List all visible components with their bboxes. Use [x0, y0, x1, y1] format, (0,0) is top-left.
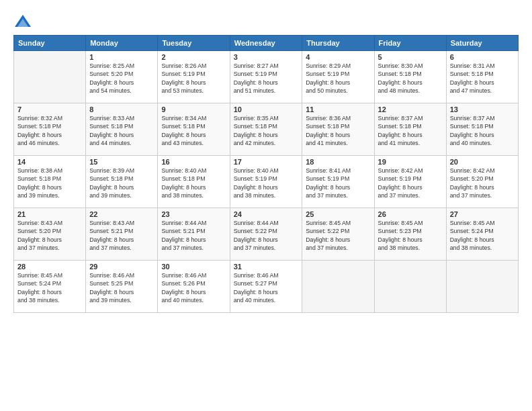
day-number: 30	[161, 263, 226, 271]
day-number: 21	[17, 210, 82, 218]
day-number: 5	[378, 53, 443, 61]
day-info: Sunrise: 8:31 AM Sunset: 5:18 PM Dayligh…	[450, 62, 515, 95]
day-info: Sunrise: 8:37 AM Sunset: 5:18 PM Dayligh…	[450, 114, 515, 147]
week-row-5: 28Sunrise: 8:45 AM Sunset: 5:24 PM Dayli…	[14, 261, 519, 313]
day-cell: 3Sunrise: 8:27 AM Sunset: 5:19 PM Daylig…	[230, 51, 302, 103]
day-info: Sunrise: 8:37 AM Sunset: 5:18 PM Dayligh…	[378, 114, 443, 147]
week-row-1: 1Sunrise: 8:25 AM Sunset: 5:20 PM Daylig…	[14, 51, 519, 103]
col-friday: Friday	[374, 36, 446, 51]
day-cell: 8Sunrise: 8:33 AM Sunset: 5:18 PM Daylig…	[86, 103, 158, 156]
day-info: Sunrise: 8:46 AM Sunset: 5:27 PM Dayligh…	[234, 271, 299, 304]
day-number: 12	[378, 105, 443, 113]
week-row-2: 7Sunrise: 8:32 AM Sunset: 5:18 PM Daylig…	[14, 103, 519, 156]
day-info: Sunrise: 8:45 AM Sunset: 5:24 PM Dayligh…	[450, 219, 515, 252]
day-cell: 13Sunrise: 8:37 AM Sunset: 5:18 PM Dayli…	[446, 103, 518, 156]
day-cell: 31Sunrise: 8:46 AM Sunset: 5:27 PM Dayli…	[230, 261, 302, 313]
day-cell	[302, 261, 374, 313]
day-number: 24	[234, 210, 299, 218]
day-info: Sunrise: 8:40 AM Sunset: 5:18 PM Dayligh…	[161, 167, 226, 199]
day-cell: 24Sunrise: 8:44 AM Sunset: 5:22 PM Dayli…	[230, 208, 302, 261]
day-info: Sunrise: 8:45 AM Sunset: 5:24 PM Dayligh…	[17, 271, 82, 304]
col-sunday: Sunday	[14, 36, 86, 51]
day-info: Sunrise: 8:40 AM Sunset: 5:19 PM Dayligh…	[234, 167, 299, 199]
day-number: 22	[89, 210, 154, 218]
day-number: 31	[234, 263, 299, 271]
day-cell: 12Sunrise: 8:37 AM Sunset: 5:18 PM Dayli…	[374, 103, 446, 156]
day-cell: 7Sunrise: 8:32 AM Sunset: 5:18 PM Daylig…	[14, 103, 86, 156]
col-thursday: Thursday	[302, 36, 374, 51]
day-info: Sunrise: 8:33 AM Sunset: 5:18 PM Dayligh…	[89, 114, 154, 147]
col-saturday: Saturday	[446, 36, 518, 51]
day-cell: 30Sunrise: 8:46 AM Sunset: 5:26 PM Dayli…	[158, 261, 230, 313]
day-cell: 1Sunrise: 8:25 AM Sunset: 5:20 PM Daylig…	[86, 51, 158, 103]
day-number: 19	[378, 158, 443, 166]
col-monday: Monday	[86, 36, 158, 51]
week-row-4: 21Sunrise: 8:43 AM Sunset: 5:20 PM Dayli…	[14, 208, 519, 261]
day-info: Sunrise: 8:34 AM Sunset: 5:18 PM Dayligh…	[161, 114, 226, 147]
day-number: 6	[450, 53, 515, 61]
day-number: 10	[234, 105, 299, 113]
day-number: 15	[89, 158, 154, 166]
day-info: Sunrise: 8:44 AM Sunset: 5:21 PM Dayligh…	[161, 219, 226, 252]
day-number: 28	[17, 263, 82, 271]
day-info: Sunrise: 8:41 AM Sunset: 5:19 PM Dayligh…	[306, 167, 370, 199]
day-cell: 18Sunrise: 8:41 AM Sunset: 5:19 PM Dayli…	[302, 156, 374, 208]
day-info: Sunrise: 8:27 AM Sunset: 5:19 PM Dayligh…	[234, 62, 299, 95]
day-number: 11	[306, 105, 370, 113]
logo-icon	[13, 12, 32, 31]
day-cell: 4Sunrise: 8:29 AM Sunset: 5:19 PM Daylig…	[302, 51, 374, 103]
day-info: Sunrise: 8:43 AM Sunset: 5:21 PM Dayligh…	[89, 219, 154, 252]
day-info: Sunrise: 8:26 AM Sunset: 5:19 PM Dayligh…	[161, 62, 226, 95]
day-info: Sunrise: 8:29 AM Sunset: 5:19 PM Dayligh…	[306, 62, 370, 95]
day-cell: 6Sunrise: 8:31 AM Sunset: 5:18 PM Daylig…	[446, 51, 518, 103]
day-info: Sunrise: 8:44 AM Sunset: 5:22 PM Dayligh…	[234, 219, 299, 252]
day-info: Sunrise: 8:30 AM Sunset: 5:18 PM Dayligh…	[378, 62, 443, 95]
col-tuesday: Tuesday	[158, 36, 230, 51]
day-cell: 17Sunrise: 8:40 AM Sunset: 5:19 PM Dayli…	[230, 156, 302, 208]
day-info: Sunrise: 8:25 AM Sunset: 5:20 PM Dayligh…	[89, 62, 154, 95]
day-cell: 25Sunrise: 8:45 AM Sunset: 5:22 PM Dayli…	[302, 208, 374, 261]
day-number: 20	[450, 158, 515, 166]
day-number: 9	[161, 105, 226, 113]
page-header	[13, 12, 519, 31]
day-info: Sunrise: 8:36 AM Sunset: 5:18 PM Dayligh…	[306, 114, 370, 147]
day-number: 7	[17, 105, 82, 113]
calendar-page: Sunday Monday Tuesday Wednesday Thursday…	[0, 0, 532, 411]
day-info: Sunrise: 8:42 AM Sunset: 5:20 PM Dayligh…	[450, 167, 515, 199]
day-info: Sunrise: 8:45 AM Sunset: 5:22 PM Dayligh…	[306, 219, 370, 252]
day-cell: 26Sunrise: 8:45 AM Sunset: 5:23 PM Dayli…	[374, 208, 446, 261]
day-number: 3	[234, 53, 299, 61]
day-cell: 5Sunrise: 8:30 AM Sunset: 5:18 PM Daylig…	[374, 51, 446, 103]
day-cell	[14, 51, 86, 103]
day-cell: 28Sunrise: 8:45 AM Sunset: 5:24 PM Dayli…	[14, 261, 86, 313]
day-number: 18	[306, 158, 370, 166]
calendar-body: 1Sunrise: 8:25 AM Sunset: 5:20 PM Daylig…	[14, 51, 519, 313]
day-number: 8	[89, 105, 154, 113]
day-cell: 22Sunrise: 8:43 AM Sunset: 5:21 PM Dayli…	[86, 208, 158, 261]
day-cell: 9Sunrise: 8:34 AM Sunset: 5:18 PM Daylig…	[158, 103, 230, 156]
day-cell: 2Sunrise: 8:26 AM Sunset: 5:19 PM Daylig…	[158, 51, 230, 103]
day-number: 29	[89, 263, 154, 271]
day-cell: 21Sunrise: 8:43 AM Sunset: 5:20 PM Dayli…	[14, 208, 86, 261]
day-number: 25	[306, 210, 370, 218]
day-cell: 14Sunrise: 8:38 AM Sunset: 5:18 PM Dayli…	[14, 156, 86, 208]
day-number: 23	[161, 210, 226, 218]
day-cell: 29Sunrise: 8:46 AM Sunset: 5:25 PM Dayli…	[86, 261, 158, 313]
day-number: 17	[234, 158, 299, 166]
logo	[13, 12, 34, 31]
day-info: Sunrise: 8:42 AM Sunset: 5:19 PM Dayligh…	[378, 167, 443, 199]
day-cell: 23Sunrise: 8:44 AM Sunset: 5:21 PM Dayli…	[158, 208, 230, 261]
day-cell: 11Sunrise: 8:36 AM Sunset: 5:18 PM Dayli…	[302, 103, 374, 156]
day-number: 14	[17, 158, 82, 166]
day-number: 16	[161, 158, 226, 166]
calendar-header: Sunday Monday Tuesday Wednesday Thursday…	[14, 36, 519, 51]
week-row-3: 14Sunrise: 8:38 AM Sunset: 5:18 PM Dayli…	[14, 156, 519, 208]
day-info: Sunrise: 8:38 AM Sunset: 5:18 PM Dayligh…	[17, 167, 82, 199]
day-info: Sunrise: 8:39 AM Sunset: 5:18 PM Dayligh…	[89, 167, 154, 199]
day-number: 27	[450, 210, 515, 218]
day-info: Sunrise: 8:46 AM Sunset: 5:26 PM Dayligh…	[161, 271, 226, 304]
calendar-table: Sunday Monday Tuesday Wednesday Thursday…	[13, 35, 519, 313]
header-row: Sunday Monday Tuesday Wednesday Thursday…	[14, 36, 519, 51]
day-cell	[374, 261, 446, 313]
day-number: 13	[450, 105, 515, 113]
